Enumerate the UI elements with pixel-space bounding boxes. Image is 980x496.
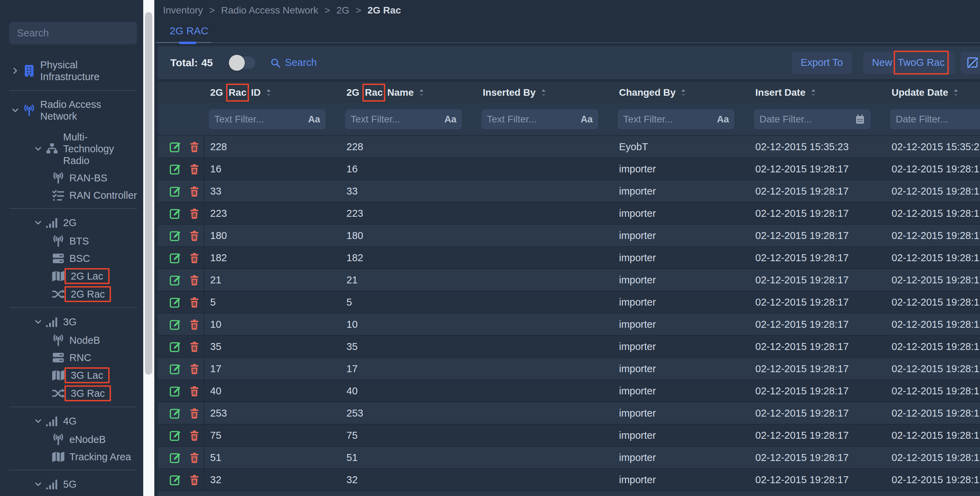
edit-button[interactable]	[169, 451, 182, 464]
sidebar-item-3g-lac[interactable]: 3G Lac	[0, 366, 143, 384]
chevron-down-icon	[33, 317, 43, 327]
delete-button[interactable]	[189, 429, 200, 442]
edit-button[interactable]	[169, 407, 182, 420]
delete-button[interactable]	[189, 407, 200, 420]
column-header-inserted-by[interactable]: Inserted By	[477, 82, 614, 104]
breadcrumb-item-radio-access-network[interactable]: Radio Access Network	[221, 5, 318, 16]
toggle-switch[interactable]	[229, 57, 255, 69]
delete-button[interactable]	[189, 474, 200, 486]
sidebar-item-gnodeb[interactable]: gNodeB	[0, 494, 143, 496]
sort-icon	[266, 89, 272, 97]
trash-icon	[189, 474, 200, 486]
toggle-knob[interactable]	[229, 55, 245, 71]
text-filter-changed-by[interactable]: Aa	[617, 109, 735, 129]
sidebar-item-label: NodeB	[69, 334, 100, 346]
sidebar-item-enodeb[interactable]: eNodeB	[0, 431, 143, 448]
edit-button[interactable]	[169, 318, 182, 331]
table-row: 3535importer02-12-2015 19:28:1702-12-201…	[158, 335, 980, 357]
sidebar-scrollbar-thumb[interactable]	[145, 12, 152, 375]
sidebar-item-multi-technology-radio[interactable]: Multi-Technology Radio	[0, 128, 143, 169]
edit-button[interactable]	[169, 385, 182, 397]
delete-button[interactable]	[189, 340, 200, 353]
filter-cell-update-date	[886, 104, 980, 135]
column-header-update-date[interactable]: Update Date	[886, 82, 980, 104]
sidebar-item-5g[interactable]: 5G	[0, 475, 143, 494]
new-twog-rac-button[interactable]: NewTwoG Rac	[863, 52, 955, 74]
delete-button[interactable]	[189, 252, 200, 264]
cell-id: 32	[205, 469, 341, 490]
sidebar-item-ran-controller[interactable]: RAN Controller	[0, 187, 143, 204]
breadcrumb-item-inventory[interactable]: Inventory	[163, 5, 203, 16]
text-filter-input[interactable]	[623, 114, 714, 125]
calendar-icon[interactable]	[855, 114, 865, 124]
column-header-2g-rac-id[interactable]: 2GRacID	[205, 82, 341, 104]
sidebar-item-3g[interactable]: 3G	[0, 312, 143, 332]
sidebar-item-tracking-area[interactable]: Tracking Area	[0, 448, 143, 466]
text-filter-id[interactable]: Aa	[209, 109, 326, 129]
sidebar-scrollbar[interactable]	[143, 0, 154, 496]
sidebar-search-input[interactable]	[17, 27, 129, 39]
sidebar-item-radio-access-network[interactable]: Radio Access Network	[0, 95, 143, 126]
delete-button[interactable]	[189, 451, 200, 464]
column-header-insert-date[interactable]: Insert Date	[750, 82, 886, 104]
delete-button[interactable]	[189, 207, 200, 220]
date-filter-input[interactable]	[759, 114, 852, 125]
date-filter-insert-date[interactable]	[754, 109, 871, 129]
column-header-2g-rac-name[interactable]: 2GRacName	[341, 82, 477, 104]
sidebar-item-ran-bs[interactable]: RAN-BS	[0, 169, 143, 187]
edit-button[interactable]	[169, 252, 182, 264]
delete-button[interactable]	[189, 163, 200, 175]
resize-button[interactable]	[961, 52, 980, 74]
search-button[interactable]: Search	[270, 57, 317, 69]
delete-button[interactable]	[189, 185, 200, 198]
delete-button[interactable]	[189, 318, 200, 331]
date-filter-update-date[interactable]	[890, 109, 980, 129]
sidebar-item-3g-rac[interactable]: 3G Rac	[0, 384, 143, 402]
text-filter-input[interactable]	[351, 114, 441, 125]
sidebar-item-nodeb[interactable]: NodeB	[0, 332, 143, 349]
sidebar-item-rnc[interactable]: RNC	[0, 349, 143, 366]
sidebar-item-physical-infrastructure[interactable]: Physical Infrastructure	[0, 56, 143, 86]
sidebar-item-2g-lac[interactable]: 2G Lac	[0, 267, 143, 285]
delete-button[interactable]	[189, 385, 200, 397]
tab-2g-rac[interactable]: 2G RAC	[170, 25, 208, 43]
edit-button[interactable]	[169, 429, 182, 442]
breadcrumb-item-2g[interactable]: 2G	[336, 5, 349, 16]
edit-button[interactable]	[169, 140, 182, 153]
delete-button[interactable]	[189, 362, 200, 375]
sidebar-item-bts[interactable]: BTS	[0, 232, 143, 250]
edit-button[interactable]	[169, 229, 182, 242]
sidebar-item-label-highlight-annotation: 2G Rac	[65, 286, 111, 302]
text-case-icon[interactable]: Aa	[308, 114, 320, 125]
export-to-button[interactable]: Export To	[792, 52, 852, 74]
sidebar-search[interactable]	[10, 22, 137, 45]
date-filter-input[interactable]	[896, 114, 980, 125]
column-header-changed-by[interactable]: Changed By	[614, 82, 750, 104]
edit-button[interactable]	[169, 362, 182, 375]
text-filter-input[interactable]	[487, 114, 578, 125]
text-filter-name[interactable]: Aa	[345, 109, 462, 129]
text-case-icon[interactable]: Aa	[581, 114, 593, 125]
delete-button[interactable]	[189, 140, 200, 153]
edit-button[interactable]	[169, 296, 182, 309]
delete-button[interactable]	[189, 229, 200, 242]
sidebar-item-4g[interactable]: 4G	[0, 411, 143, 431]
edit-button[interactable]	[169, 474, 182, 486]
sidebar-item-bsc[interactable]: BSC	[0, 250, 143, 267]
delete-button[interactable]	[189, 296, 200, 309]
text-filter-input[interactable]	[214, 114, 305, 125]
delete-button[interactable]	[189, 274, 200, 287]
cell-update-date: 02-12-2015 19:28:17	[886, 358, 980, 380]
sidebar-item-2g[interactable]: 2G	[0, 213, 143, 232]
edit-button[interactable]	[169, 274, 182, 287]
trash-icon	[189, 385, 200, 397]
text-filter-inserted-by[interactable]: Aa	[481, 109, 598, 129]
edit-button[interactable]	[169, 185, 182, 198]
text-case-icon[interactable]: Aa	[717, 114, 729, 125]
text-case-icon[interactable]: Aa	[444, 114, 457, 125]
cell-insert-date: 02-12-2015 19:28:17	[750, 180, 886, 202]
edit-button[interactable]	[169, 340, 182, 353]
edit-button[interactable]	[169, 207, 182, 220]
sidebar-item-2g-rac[interactable]: 2G Rac	[0, 285, 143, 303]
edit-button[interactable]	[169, 163, 182, 175]
